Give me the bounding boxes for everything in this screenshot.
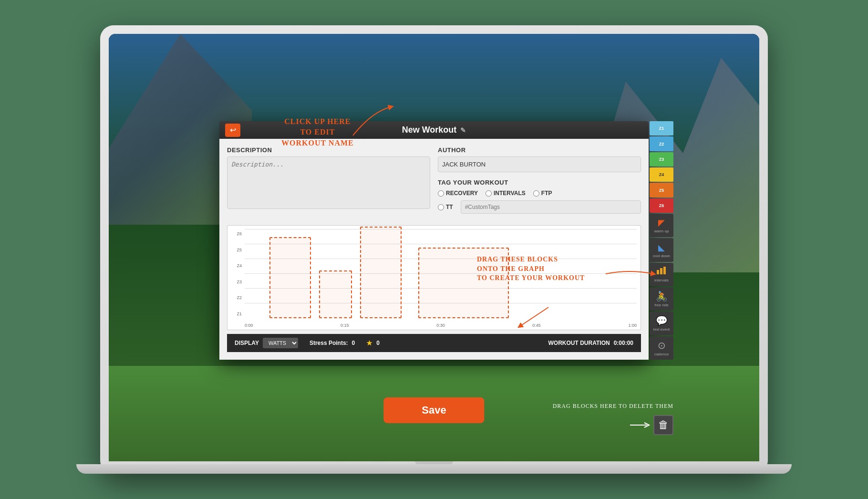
text-event-icon: 💬: [656, 315, 668, 326]
display-label: DISPLAY: [235, 340, 259, 346]
meta-section: AUTHOR TAG YOUR WORKOUT RECOVERY INTERVA…: [438, 146, 641, 218]
free-ride-tool[interactable]: 🚴 free ride: [650, 287, 673, 311]
cool-down-tool[interactable]: ◣ cool down: [650, 238, 673, 261]
edit-title-icon[interactable]: ✎: [460, 126, 466, 134]
zone-z3[interactable]: Z3: [650, 152, 673, 166]
cool-down-icon: ◣: [658, 242, 665, 253]
screen-background: ↩ New Workout ✎ DESCRIPTION: [109, 34, 759, 461]
tags-label: TAG YOUR WORKOUT: [438, 179, 641, 186]
x-label-0: 0:00: [245, 323, 253, 328]
top-section: DESCRIPTION AUTHOR TAG YOUR WORKOUT RECO…: [227, 146, 641, 218]
zone-z5[interactable]: Z5: [650, 183, 673, 197]
text-event-tool[interactable]: 💬 text event: [650, 312, 673, 335]
trash-hint: DRAG BLOCKS HERE TO DELETE THEM: [553, 402, 673, 410]
tags-row-2: TT: [438, 200, 641, 214]
description-section: DESCRIPTION: [227, 146, 430, 218]
stress-label: Stress Points:: [310, 340, 348, 346]
trash-icon[interactable]: 🗑: [653, 415, 673, 435]
tag-ftp[interactable]: FTP: [533, 190, 552, 197]
author-label: AUTHOR: [438, 146, 641, 154]
y-label-z5: Z5: [228, 248, 244, 252]
svg-rect-0: [657, 270, 659, 274]
tag-intervals[interactable]: INTERVALS: [486, 190, 526, 197]
svg-rect-1: [660, 268, 662, 274]
x-label-15: 0:15: [341, 323, 349, 328]
free-ride-label: free ride: [654, 303, 668, 307]
custom-tags-input[interactable]: [461, 200, 641, 214]
tag-tt[interactable]: TT: [438, 204, 453, 210]
workout-block-1[interactable]: [269, 237, 311, 318]
screen-bezel: ↩ New Workout ✎ DESCRIPTION: [109, 34, 759, 461]
intervals-label: intervals: [654, 278, 669, 282]
intervals-icon: [656, 266, 667, 277]
author-input[interactable]: [438, 156, 641, 172]
back-button[interactable]: ↩: [225, 124, 240, 137]
intervals-tool[interactable]: intervals: [650, 263, 673, 286]
cadence-icon: ⊙: [658, 340, 666, 351]
title-bar: ↩ New Workout ✎: [219, 121, 649, 139]
stress-group: Stress Points: 0: [310, 340, 355, 346]
graph-container: Z1 Z2 Z3 Z4 Z5 Z6: [227, 225, 641, 330]
stress-value: 0: [352, 340, 355, 346]
zone-z1[interactable]: Z1: [650, 121, 673, 135]
star-group: ★ 0: [366, 339, 380, 347]
workout-block-3[interactable]: [360, 227, 402, 318]
y-label-z2: Z2: [228, 295, 244, 300]
save-button[interactable]: Save: [383, 397, 484, 423]
x-label-30: 0:30: [436, 323, 445, 328]
laptop-base: [76, 464, 792, 474]
window-title: New Workout: [402, 125, 457, 135]
display-group: DISPLAY WATTS %FTP W/KG: [235, 338, 298, 348]
tags-row-1: RECOVERY INTERVALS FTP: [438, 190, 641, 197]
svg-rect-2: [663, 267, 666, 274]
y-label-z3: Z3: [228, 280, 244, 284]
y-label-z6: Z6: [228, 231, 244, 236]
y-label-z4: Z4: [228, 263, 244, 268]
workout-block-4[interactable]: [418, 248, 509, 318]
duration-label: WORKOUT DURATION: [548, 340, 610, 346]
zone-z2[interactable]: Z2: [650, 136, 673, 151]
workout-block-2[interactable]: [319, 270, 352, 318]
x-label-60: 1:00: [628, 323, 637, 328]
zone-z4[interactable]: Z4: [650, 167, 673, 182]
workout-window: ↩ New Workout ✎ DESCRIPTION: [219, 121, 649, 360]
right-sidebar: Z1 Z2 Z3 Z4 Z5 Z6 ◤ warm up ◣ cool down: [650, 121, 673, 360]
warm-up-label: warm up: [654, 229, 669, 233]
x-label-45: 0:45: [532, 323, 541, 328]
laptop-shell: ↩ New Workout ✎ DESCRIPTION: [100, 25, 768, 474]
window-title-group: New Workout ✎: [402, 125, 466, 135]
description-label: DESCRIPTION: [227, 146, 430, 154]
duration-group: WORKOUT DURATION 0:00:00: [548, 340, 633, 346]
star-value: 0: [376, 340, 380, 346]
tag-recovery[interactable]: RECOVERY: [438, 190, 478, 197]
y-axis-labels: Z1 Z2 Z3 Z4 Z5 Z6: [227, 229, 245, 318]
trash-arrow: [628, 420, 651, 430]
text-event-label: text event: [653, 327, 670, 332]
zone-z6[interactable]: Z6: [650, 198, 673, 213]
duration-value: 0:00:00: [614, 340, 633, 346]
display-select[interactable]: WATTS %FTP W/KG: [263, 338, 298, 348]
cool-down-label: cool down: [653, 254, 670, 258]
description-input[interactable]: [227, 156, 430, 209]
content-area: DESCRIPTION AUTHOR TAG YOUR WORKOUT RECO…: [219, 139, 649, 360]
cadence-label: cadence: [654, 352, 669, 356]
free-ride-icon: 🚴: [656, 291, 668, 302]
warm-up-icon: ◤: [658, 218, 665, 228]
bottom-toolbar: DISPLAY WATTS %FTP W/KG Stress Points: 0: [227, 334, 641, 352]
star-icon: ★: [366, 339, 372, 347]
cadence-tool[interactable]: ⊙ cadence: [650, 336, 673, 360]
y-label-z1: Z1: [228, 312, 244, 316]
warm-up-tool[interactable]: ◤ warm up: [650, 214, 673, 237]
trash-area: DRAG BLOCKS HERE TO DELETE THEM 🗑: [553, 402, 673, 435]
